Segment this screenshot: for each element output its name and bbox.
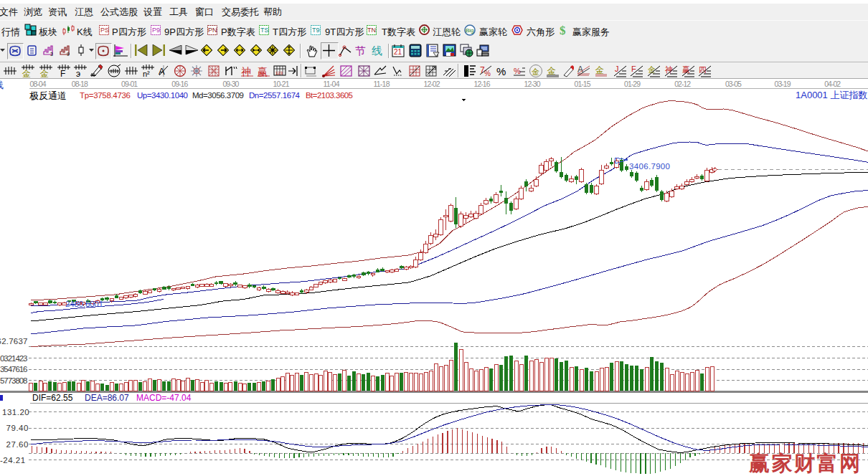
svg-text:3: 3: [50, 52, 53, 56]
svg-text:TS: TS: [260, 27, 269, 34]
svg-text:金: 金: [547, 66, 556, 76]
svg-text:赢: 赢: [258, 66, 268, 77]
svg-text:金: 金: [595, 65, 604, 75]
svg-text:极反通道: 极反通道: [29, 90, 67, 101]
svg-text:Tp=3758.4736: Tp=3758.4736: [80, 91, 131, 100]
svg-text:79.40: 79.40: [6, 424, 29, 432]
svg-text:2480.6001: 2480.6001: [65, 300, 103, 308]
svg-text:09-16: 09-16: [171, 80, 188, 88]
svg-text:12-16: 12-16: [474, 80, 491, 88]
svg-text:TN: TN: [367, 27, 376, 34]
svg-text:金: 金: [39, 69, 49, 77]
svg-text:节: 节: [355, 44, 366, 57]
svg-text:11-18: 11-18: [374, 80, 390, 88]
svg-text:10-21: 10-21: [273, 80, 290, 88]
svg-text:08-04: 08-04: [30, 80, 47, 88]
svg-text:12-30: 12-30: [524, 80, 541, 88]
svg-text:DIF=62.55: DIF=62.55: [32, 393, 73, 403]
svg-text:9: 9: [67, 52, 70, 56]
svg-text:3547616: 3547616: [0, 365, 28, 373]
svg-text:PS: PS: [100, 27, 109, 34]
svg-text:线: 线: [0, 80, 4, 90]
svg-text:线: 线: [372, 44, 382, 57]
svg-text:Bt=2103.3605: Bt=2103.3605: [306, 91, 353, 100]
svg-text:1A0001 上证指数: 1A0001 上证指数: [796, 90, 867, 100]
svg-text:62.7637: 62.7637: [0, 337, 28, 346]
svg-text:03-05: 03-05: [725, 80, 742, 88]
svg-text:04-02: 04-02: [824, 80, 841, 88]
svg-text:赢家财富网: 赢家财富网: [748, 452, 862, 475]
svg-text:F: F: [60, 69, 65, 77]
svg-text:Up=3430.1040: Up=3430.1040: [137, 91, 188, 100]
svg-text:131.20: 131.20: [2, 408, 29, 416]
svg-text:金: 金: [532, 67, 539, 76]
svg-text:123: 123: [275, 71, 283, 75]
svg-text:T9: T9: [312, 27, 320, 34]
svg-text:DEA=86.07: DEA=86.07: [85, 393, 129, 403]
svg-text:01-15: 01-15: [575, 80, 591, 88]
svg-text:21: 21: [394, 48, 402, 56]
svg-text:Big: Big: [466, 27, 474, 34]
svg-text:PN: PN: [208, 27, 217, 34]
svg-text:27.60: 27.60: [6, 440, 29, 449]
svg-text:э: э: [76, 69, 80, 77]
svg-text:0321423: 0321423: [0, 354, 28, 363]
svg-text:3406.7900: 3406.7900: [629, 162, 670, 171]
svg-text:-24.21: -24.21: [0, 456, 26, 465]
svg-text:11-04: 11-04: [324, 80, 340, 88]
svg-text:09-01: 09-01: [121, 80, 138, 88]
svg-text:P9: P9: [152, 27, 160, 34]
svg-text:09-30: 09-30: [222, 80, 239, 88]
svg-text:$: $: [560, 24, 566, 37]
svg-text:J: J: [615, 65, 619, 73]
svg-text:神: 神: [241, 66, 251, 77]
svg-text:%: %: [496, 65, 506, 77]
svg-text:03-19: 03-19: [775, 80, 791, 88]
svg-text:08-18: 08-18: [72, 80, 88, 88]
svg-text:01-29: 01-29: [624, 80, 641, 88]
svg-text:02-12: 02-12: [674, 80, 691, 88]
svg-text:MACD=-47.04: MACD=-47.04: [136, 393, 192, 403]
svg-text:Dn=2557.1674: Dn=2557.1674: [249, 91, 301, 100]
svg-text:金: 金: [22, 69, 31, 77]
svg-text:Md=3056.3709: Md=3056.3709: [192, 91, 244, 100]
svg-text:%: %: [514, 67, 521, 75]
svg-text:12-02: 12-02: [424, 80, 440, 88]
svg-text:5773808: 5773808: [0, 376, 28, 385]
svg-text:n²: n²: [143, 70, 150, 77]
